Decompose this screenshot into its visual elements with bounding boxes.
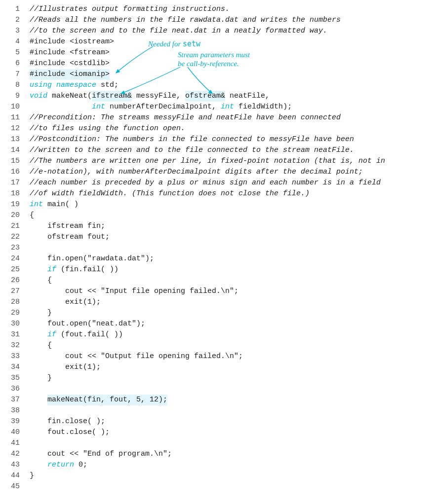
comment: //written to the screen and to the file …: [30, 145, 354, 156]
line-number: 5: [0, 47, 30, 58]
code-text: fieldWidth);: [234, 102, 292, 112]
line-number: 37: [0, 395, 30, 405]
code-text: 0;: [74, 460, 87, 470]
line-number: 22: [0, 232, 30, 243]
line-number: 19: [0, 199, 30, 210]
code-text: cout << "Output file opening failed.\n";: [30, 351, 243, 362]
line-number: 33: [0, 351, 30, 362]
code-text: exit(1);: [30, 362, 101, 373]
line-number: 11: [0, 112, 30, 123]
line-number: 25: [0, 264, 30, 275]
code-listing: Needed for setw Stream parameters must b…: [0, 4, 432, 492]
line-number: 13: [0, 134, 30, 145]
code-highlighted: ifstream&: [92, 91, 132, 102]
code-text: #include <iostream>: [30, 36, 114, 47]
keyword: void: [30, 91, 47, 102]
line-number: 41: [0, 438, 30, 449]
code-text: [30, 460, 47, 470]
line-number: 35: [0, 373, 30, 384]
comment: //Illustrates output formatting instruct…: [30, 4, 230, 15]
code-text: std;: [96, 80, 118, 91]
line-number: 31: [0, 329, 30, 340]
comment: //to the screen and to the file neat.dat…: [30, 26, 327, 36]
line-number: 14: [0, 145, 30, 156]
code-text: }: [30, 308, 52, 319]
code-text: [30, 264, 47, 275]
code-text: fin.close( );: [30, 416, 105, 427]
code-text: [30, 329, 47, 340]
line-number: 4: [0, 36, 30, 47]
line-number: 8: [0, 80, 30, 91]
line-number: 40: [0, 427, 30, 438]
code-text: makeNeat(: [47, 91, 92, 102]
line-number: 34: [0, 362, 30, 373]
comment: //of width fieldWidth. (This function do…: [30, 188, 310, 199]
code-text: numberAfterDecimalpoint,: [105, 102, 221, 112]
code-text: ifstream fin;: [30, 221, 105, 232]
code-text: #include <cstdlib>: [30, 58, 110, 69]
code-text: }: [30, 373, 52, 384]
line-number: 12: [0, 123, 30, 134]
line-number: 1: [0, 4, 30, 15]
code-highlighted: makeNeat(fin, fout, 5, 12);: [47, 395, 167, 405]
line-number: 26: [0, 275, 30, 286]
line-number: 18: [0, 188, 30, 199]
line-number: 10: [0, 102, 30, 112]
keyword: int: [30, 199, 43, 210]
keyword: if: [47, 264, 56, 275]
code-text: exit(1);: [30, 297, 101, 308]
keyword: return: [47, 460, 74, 470]
line-number: 39: [0, 416, 30, 427]
code-text: [30, 395, 47, 405]
code-text: neatFile,: [225, 91, 270, 102]
line-number: 24: [0, 253, 30, 264]
keyword: if: [47, 329, 56, 340]
code-text: {: [30, 275, 52, 286]
line-number: 6: [0, 58, 30, 69]
keyword: int: [92, 102, 105, 112]
line-number: 29: [0, 308, 30, 319]
keyword: using namespace: [30, 80, 96, 91]
line-number: 27: [0, 286, 30, 297]
code-text: {: [30, 340, 52, 351]
line-number: 2: [0, 15, 30, 26]
line-number: 15: [0, 156, 30, 167]
line-number: 20: [0, 210, 30, 221]
code-highlighted: #include <iomanip>: [30, 69, 110, 80]
comment: //Precondition: The streams messyFile an…: [30, 112, 341, 123]
comment: //each number is preceded by a plus or m…: [30, 178, 381, 188]
line-number: 32: [0, 340, 30, 351]
code-text: messyFile,: [132, 91, 185, 102]
code-text: [30, 102, 92, 112]
code-text: }: [30, 470, 34, 481]
line-number: 43: [0, 460, 30, 470]
code-text: fout.close( );: [30, 427, 110, 438]
comment: //Postcondition: The numbers in the file…: [30, 134, 354, 145]
comment: //e-notation), with numberAfterDecimalpo…: [30, 167, 363, 178]
line-number: 38: [0, 405, 30, 416]
comment: //The numbers are written one per line, …: [30, 156, 385, 167]
line-number: 28: [0, 297, 30, 308]
comment: //to files using the function open.: [30, 123, 185, 134]
line-number: 21: [0, 221, 30, 232]
code-text: cout << "End of program.\n";: [30, 449, 172, 460]
line-number: 7: [0, 69, 30, 80]
code-text: fin.open("rawdata.dat");: [30, 253, 154, 264]
comment: //Reads all the numbers in the file rawd…: [30, 15, 341, 26]
line-number: 30: [0, 319, 30, 329]
line-number: 45: [0, 481, 30, 492]
code-highlighted: ofstream&: [185, 91, 225, 102]
line-number: 16: [0, 167, 30, 178]
code-text: #include <fstream>: [30, 47, 110, 58]
code-text: fout.open("neat.dat");: [30, 319, 145, 329]
line-number: 44: [0, 470, 30, 481]
code-text: cout << "Input file opening failed.\n";: [30, 286, 238, 297]
code-text: (fout.fail( )): [56, 329, 123, 340]
code-text: ofstream fout;: [30, 232, 110, 243]
line-number: 42: [0, 449, 30, 460]
line-number: 17: [0, 178, 30, 188]
line-number: 3: [0, 26, 30, 36]
code-text: {: [30, 210, 34, 221]
line-number: 23: [0, 243, 30, 253]
line-number: 9: [0, 91, 30, 102]
